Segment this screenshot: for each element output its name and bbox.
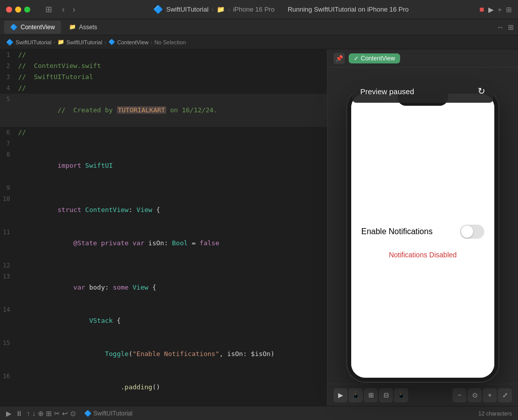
fullscreen-button[interactable] xyxy=(24,7,30,13)
code-line-17: 17 xyxy=(0,404,327,406)
preview-header: 📌 ✓ ContentView xyxy=(328,49,518,67)
preview-tab-check-icon: ✓ xyxy=(354,55,359,62)
tab-assets[interactable]: 📁 Assets xyxy=(63,21,103,34)
nav-forward-button[interactable]: › xyxy=(70,4,78,15)
line-content-9 xyxy=(18,182,321,193)
preview-orientation-button[interactable]: 📱 xyxy=(394,388,408,402)
status-pause-button[interactable]: ⏸ xyxy=(16,409,23,417)
nav-buttons: ‹ › xyxy=(59,4,79,15)
zoom-out-button[interactable]: − xyxy=(452,388,467,402)
titlebar: ⊞ ‹ › 🔷 SwiftUITutorial › 📁 › iPhone 16 … xyxy=(0,0,518,19)
status-scope-button[interactable]: ⊙ xyxy=(70,409,76,417)
panel-layout-button[interactable]: ⊞ xyxy=(506,5,512,14)
char-count: 12 characters xyxy=(478,410,512,416)
code-editor[interactable]: 1 // 2 // ContentView.swift 3 // SwiftUI… xyxy=(0,49,328,406)
zoom-group: − ⊙ + ⤢ xyxy=(452,388,512,402)
split-view-button[interactable]: ↔ xyxy=(497,23,504,31)
titlebar-controls: ■ ▶ + ⊞ xyxy=(479,5,512,14)
line-num-2: 2 xyxy=(0,60,18,72)
tab-content-view[interactable]: 🔷 ContentView xyxy=(4,21,61,34)
status-add-button[interactable]: ⊕ xyxy=(38,409,44,417)
breadcrumb-root-label[interactable]: SwiftUITutorial xyxy=(16,39,51,45)
zoom-reset-button[interactable]: ⊙ xyxy=(468,388,482,402)
run-status-label: Running SwiftUITutorial on iPhone 16 Pro xyxy=(288,6,409,13)
line-content-15: Toggle("Enable Notifications", isOn: $is… xyxy=(18,337,321,371)
main-content: 1 // 2 // ContentView.swift 3 // SwiftUI… xyxy=(0,49,518,406)
preview-grid-button[interactable]: ⊞ xyxy=(364,388,378,402)
line-content-7 xyxy=(18,138,321,149)
line-num-12: 12 xyxy=(0,260,18,271)
preview-refresh-button[interactable]: ↻ xyxy=(478,86,485,97)
status-run-button[interactable]: ▶ xyxy=(6,409,12,417)
editor-scroll[interactable]: 1 // 2 // ContentView.swift 3 // SwiftUI… xyxy=(0,49,327,406)
plus-button[interactable]: + xyxy=(498,5,502,14)
status-controls: ↑ ↓ ⊕ ⊞ ✂ ↩ ⊙ xyxy=(27,409,76,417)
statusbar: ▶ ⏸ ↑ ↓ ⊕ ⊞ ✂ ↩ ⊙ 🔷 SwiftUITutorial 12 c… xyxy=(0,406,518,420)
close-button[interactable] xyxy=(6,7,12,13)
grid-view-button[interactable]: ⊞ xyxy=(508,23,514,31)
line-num-10: 10 xyxy=(0,193,18,204)
line-content-16: .padding() xyxy=(18,371,321,404)
stop-button[interactable]: ■ xyxy=(479,5,484,14)
nav-back-button[interactable]: ‹ xyxy=(59,4,68,15)
device-label: iPhone 16 Pro xyxy=(233,6,274,13)
code-line-1: 1 // xyxy=(0,49,327,60)
code-line-3: 3 // SwiftUITutorial xyxy=(0,72,327,83)
code-line-16: 16 .padding() xyxy=(0,371,327,404)
code-line-12: 12 xyxy=(0,260,327,271)
line-content-3: // SwiftUITutorial xyxy=(18,72,321,83)
line-num-6: 6 xyxy=(0,127,18,138)
toggle-switch[interactable] xyxy=(460,225,484,239)
status-grid-button[interactable]: ⊞ xyxy=(46,409,52,417)
device-separator: › xyxy=(228,6,230,13)
code-line-7: 7 xyxy=(0,138,327,149)
status-cut-button[interactable]: ✂ xyxy=(54,409,60,417)
status-undo-button[interactable]: ↩ xyxy=(62,409,68,417)
breadcrumb-selection-label: No Selection xyxy=(154,39,185,45)
line-content-1: // xyxy=(18,49,321,60)
code-line-5: 5 // Created by TUTORIALKART on 16/12/24… xyxy=(0,94,327,127)
line-num-1: 1 xyxy=(0,49,18,60)
traffic-lights xyxy=(6,7,30,13)
panel-toggle-button[interactable]: ⊞ xyxy=(42,4,55,15)
code-line-6: 6 // xyxy=(0,127,327,138)
status-down-button[interactable]: ↓ xyxy=(32,409,36,417)
line-content-14: VStack { xyxy=(18,304,321,337)
minimize-button[interactable] xyxy=(15,7,21,13)
zoom-in-button[interactable]: + xyxy=(483,388,497,402)
line-content-2: // ContentView.swift xyxy=(18,60,321,72)
pin-button[interactable]: 📌 xyxy=(334,53,345,64)
preview-tab-content-view[interactable]: ✓ ContentView xyxy=(349,53,400,63)
tab-label: ContentView xyxy=(21,24,55,31)
run-button[interactable]: ▶ xyxy=(488,5,494,14)
breadcrumb-folder-icon: 📁 xyxy=(57,39,64,45)
status-up-button[interactable]: ↑ xyxy=(27,409,30,417)
zoom-fit-button[interactable]: ⤢ xyxy=(498,388,512,402)
breadcrumb-sep-1: › xyxy=(212,6,214,13)
line-content-10: struct ContentView: View { xyxy=(18,193,321,227)
app-name-label: SwiftUITutorial xyxy=(166,6,209,13)
breadcrumb-sep-icon-3: › xyxy=(151,39,153,45)
line-content-13: var body: some View { xyxy=(18,271,321,304)
line-content-5: // Created by TUTORIALKART on 16/12/24. xyxy=(18,94,321,127)
line-num-4: 4 xyxy=(0,83,18,94)
phone-mockup: Enable Notifications Notifications Disab… xyxy=(347,90,498,382)
line-num-13: 13 xyxy=(0,271,18,282)
tabbar: 🔷 ContentView 📁 Assets ↔ ⊞ xyxy=(0,19,518,35)
line-content-6: // xyxy=(18,127,321,138)
breadcrumb-file-label[interactable]: ContentView xyxy=(117,39,149,45)
code-line-13: 13 var body: some View { xyxy=(0,271,327,304)
line-num-16: 16 xyxy=(0,371,18,382)
preview-device-button[interactable]: 📱 xyxy=(349,388,363,402)
sidebar-toggle[interactable]: ⊞ xyxy=(42,4,55,15)
code-line-9: 9 xyxy=(0,182,327,193)
preview-play-button[interactable]: ▶ xyxy=(334,388,348,402)
breadcrumb-sep-icon-1: › xyxy=(53,39,55,45)
line-num-11: 11 xyxy=(0,227,18,238)
line-content-8: import SwiftUI xyxy=(18,149,321,182)
breadcrumb-folder-label[interactable]: SwiftUITutorial xyxy=(67,39,102,45)
line-num-15: 15 xyxy=(0,337,18,348)
breadcrumb: 🔷 SwiftUITutorial › 📁 SwiftUITutorial › … xyxy=(0,35,518,49)
code-line-8: 8 import SwiftUI xyxy=(0,149,327,182)
preview-layout-button[interactable]: ⊟ xyxy=(379,388,393,402)
